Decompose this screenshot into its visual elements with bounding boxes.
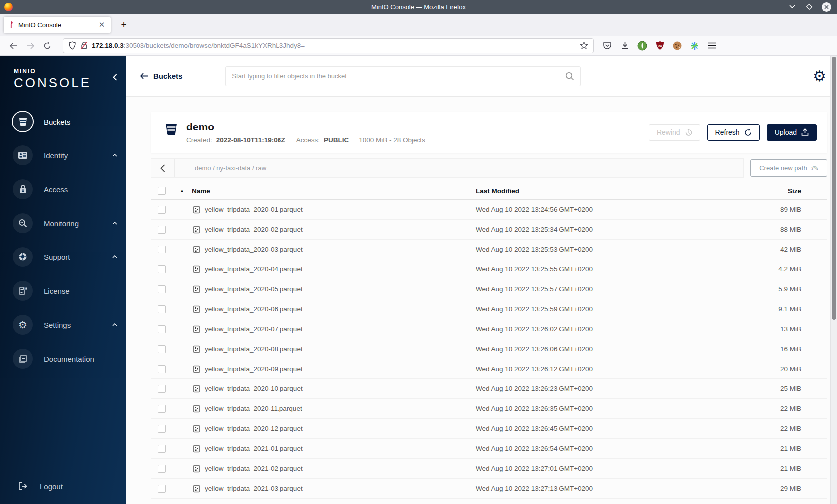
object-name[interactable]: yellow_tripdata_2021-03.parquet	[205, 485, 303, 492]
spark-extension-icon[interactable]	[689, 40, 700, 51]
breadcrumb-path[interactable]: demo / ny-taxi-data / raw	[195, 164, 266, 172]
bookmark-star-icon[interactable]	[580, 41, 588, 50]
object-row[interactable]: yellow_tripdata_2020-07.parquet Wed Aug …	[151, 319, 827, 339]
browser-scrollbar[interactable]	[830, 56, 837, 504]
row-checkbox[interactable]	[158, 405, 166, 413]
row-checkbox[interactable]	[158, 246, 166, 253]
row-checkbox[interactable]	[158, 265, 166, 273]
select-all-checkbox[interactable]	[158, 187, 166, 195]
sidebar-item-identity[interactable]: Identity	[0, 138, 126, 172]
object-row[interactable]: yellow_tripdata_2020-04.parquet Wed Aug …	[151, 259, 827, 279]
row-checkbox[interactable]	[158, 226, 166, 234]
column-header-name[interactable]: Name	[192, 187, 468, 195]
forward-button[interactable]	[23, 38, 38, 53]
cookie-extension-icon[interactable]	[672, 40, 683, 51]
column-header-modified[interactable]: Last Modified	[468, 187, 747, 195]
object-name[interactable]: yellow_tripdata_2020-09.parquet	[205, 365, 303, 373]
object-name[interactable]: yellow_tripdata_2020-11.parquet	[205, 405, 302, 412]
object-row[interactable]: yellow_tripdata_2020-11.parquet Wed Aug …	[151, 399, 827, 419]
row-checkbox[interactable]	[158, 206, 166, 214]
rewind-button[interactable]: Rewind	[649, 124, 700, 141]
object-row[interactable]: yellow_tripdata_2020-05.parquet Wed Aug …	[151, 279, 827, 299]
object-name[interactable]: yellow_tripdata_2020-06.parquet	[205, 305, 303, 313]
sidebar-item-settings[interactable]: ⚙ Settings	[0, 308, 126, 342]
tab-close-icon[interactable]: ✕	[97, 20, 107, 30]
row-checkbox[interactable]	[158, 285, 166, 293]
object-name[interactable]: yellow_tripdata_2020-01.parquet	[205, 206, 303, 213]
object-name[interactable]: yellow_tripdata_2020-10.parquet	[205, 385, 303, 392]
window-close-button[interactable]	[822, 2, 831, 12]
downloads-icon[interactable]	[619, 40, 630, 51]
object-modified: Wed Aug 10 2022 13:25:55 GMT+0200	[468, 265, 747, 273]
insecure-lock-icon[interactable]	[80, 41, 88, 50]
object-name[interactable]: yellow_tripdata_2020-12.parquet	[205, 425, 303, 432]
row-checkbox[interactable]	[158, 445, 166, 453]
breadcrumb-back-button[interactable]	[151, 159, 175, 177]
object-row[interactable]: yellow_tripdata_2020-06.parquet Wed Aug …	[151, 299, 827, 319]
object-name[interactable]: yellow_tripdata_2020-04.parquet	[205, 265, 303, 273]
pocket-icon[interactable]	[602, 40, 613, 51]
chevron-up-icon[interactable]	[112, 222, 117, 225]
sidebar-item-access[interactable]: Access	[0, 172, 126, 206]
url-bar[interactable]: 172.18.0.3:30503/buckets/demo/browse/bnk…	[63, 38, 594, 53]
object-row[interactable]: yellow_tripdata_2020-12.parquet Wed Aug …	[151, 419, 827, 439]
object-name[interactable]: yellow_tripdata_2021-02.parquet	[205, 465, 303, 472]
privacy-extension-icon[interactable]	[637, 40, 648, 51]
chevron-up-icon[interactable]	[112, 323, 117, 326]
sidebar-item-logout[interactable]: Logout	[13, 476, 63, 496]
object-row[interactable]: yellow_tripdata_2020-02.parquet Wed Aug …	[151, 220, 827, 240]
ublock-origin-icon[interactable]: UO	[654, 40, 665, 51]
reload-button[interactable]	[40, 38, 55, 53]
sort-ascending-icon[interactable]: ▲	[180, 188, 188, 193]
url-text[interactable]: 172.18.0.3:30503/buckets/demo/browse/bnk…	[92, 42, 576, 49]
row-checkbox[interactable]	[158, 305, 166, 313]
row-checkbox[interactable]	[158, 465, 166, 473]
chevron-up-icon[interactable]	[112, 154, 117, 157]
object-name[interactable]: yellow_tripdata_2020-05.parquet	[205, 285, 303, 293]
menu-hamburger-icon[interactable]	[706, 40, 717, 51]
object-row[interactable]: yellow_tripdata_2021-01.parquet Wed Aug …	[151, 439, 827, 459]
object-name[interactable]: yellow_tripdata_2020-08.parquet	[205, 345, 303, 353]
sidebar-item-documentation[interactable]: Documentation	[0, 342, 126, 376]
sidebar-collapse-icon[interactable]	[113, 74, 117, 83]
object-row[interactable]: yellow_tripdata_2020-10.parquet Wed Aug …	[151, 379, 827, 399]
object-row[interactable]: yellow_tripdata_2021-03.parquet Wed Aug …	[151, 479, 827, 499]
object-filter-search[interactable]	[225, 66, 581, 86]
column-header-size[interactable]: Size	[747, 187, 827, 195]
rewind-icon	[685, 129, 693, 136]
window-maximize-button[interactable]	[805, 2, 814, 11]
row-checkbox[interactable]	[158, 485, 166, 493]
row-checkbox[interactable]	[158, 425, 166, 433]
object-name[interactable]: yellow_tripdata_2021-01.parquet	[205, 445, 303, 452]
object-name[interactable]: yellow_tripdata_2020-03.parquet	[205, 246, 303, 253]
row-checkbox[interactable]	[158, 325, 166, 333]
row-checkbox[interactable]	[158, 365, 166, 373]
back-to-buckets-link[interactable]: Buckets	[140, 72, 182, 80]
new-tab-button[interactable]: +	[116, 17, 132, 33]
upload-button[interactable]: Upload	[767, 124, 817, 141]
create-new-path-button[interactable]: Create new path :/✎	[750, 159, 827, 177]
back-button[interactable]	[6, 38, 21, 53]
sidebar-item-license[interactable]: License	[0, 274, 126, 308]
object-row[interactable]: yellow_tripdata_2020-03.parquet Wed Aug …	[151, 240, 827, 259]
refresh-button[interactable]: Refresh	[707, 124, 760, 141]
object-row[interactable]: yellow_tripdata_2020-01.parquet Wed Aug …	[151, 200, 827, 220]
sidebar-item-monitoring[interactable]: Monitoring	[0, 206, 126, 240]
browser-tab-minio-console[interactable]: MinIO Console ✕	[4, 17, 111, 33]
upload-icon	[801, 128, 809, 136]
console-settings-gear-icon[interactable]: ⚙	[813, 69, 826, 84]
object-row[interactable]: yellow_tripdata_2020-08.parquet Wed Aug …	[151, 339, 827, 359]
sidebar-item-buckets[interactable]: Buckets	[0, 105, 126, 138]
sidebar-item-support[interactable]: Support	[0, 240, 126, 274]
tracking-protection-shield-icon[interactable]	[68, 41, 76, 50]
window-minimize-button[interactable]	[788, 2, 797, 11]
row-checkbox[interactable]	[158, 345, 166, 353]
scrollbar-thumb[interactable]	[832, 57, 836, 320]
object-row[interactable]: yellow_tripdata_2020-09.parquet Wed Aug …	[151, 359, 827, 379]
object-name[interactable]: yellow_tripdata_2020-02.parquet	[205, 226, 303, 233]
row-checkbox[interactable]	[158, 385, 166, 393]
chevron-up-icon[interactable]	[112, 255, 117, 258]
object-name[interactable]: yellow_tripdata_2020-07.parquet	[205, 325, 303, 333]
object-row[interactable]: yellow_tripdata_2021-02.parquet Wed Aug …	[151, 459, 827, 479]
search-input[interactable]	[232, 72, 565, 80]
